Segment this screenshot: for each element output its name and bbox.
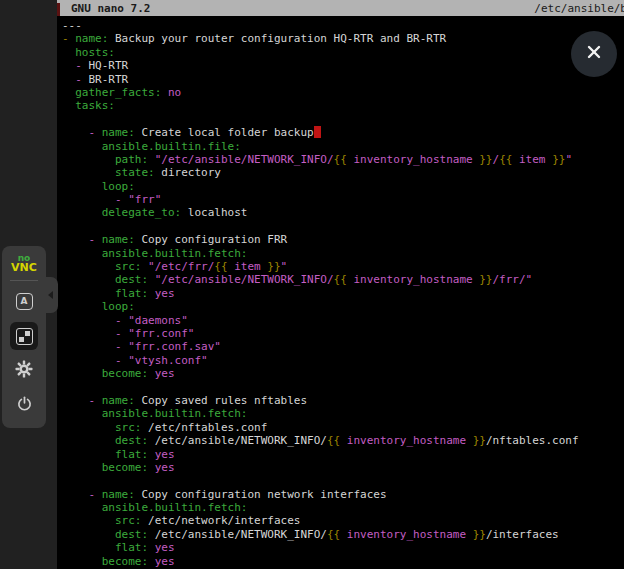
close-button[interactable] bbox=[571, 31, 617, 77]
control-bar-handle[interactable] bbox=[44, 277, 58, 313]
code-line bbox=[62, 381, 624, 394]
code-line: - "vtysh.conf" bbox=[62, 354, 624, 367]
code-line: - BR-RTR bbox=[62, 73, 624, 86]
code-line: loop: bbox=[62, 180, 624, 193]
code-line: state: directory bbox=[62, 166, 624, 179]
novnc-logo: no VNC bbox=[11, 253, 37, 273]
code-line: flat: yes bbox=[62, 541, 624, 554]
code-line: delegate_to: localhost bbox=[62, 206, 624, 219]
fullscreen-icon bbox=[16, 328, 33, 345]
code-line: tasks: bbox=[62, 99, 624, 112]
editor-content[interactable]: ---- name: Backup your router configurat… bbox=[57, 16, 624, 568]
code-line: - "frr.conf" bbox=[62, 327, 624, 340]
code-line: loop: bbox=[62, 300, 624, 313]
code-line: ansible.builtin.file: bbox=[62, 140, 624, 153]
titlebar-left-mark bbox=[57, 3, 60, 16]
extra-keys-button[interactable]: A bbox=[10, 287, 38, 315]
code-line: gather_facts: no bbox=[62, 86, 624, 99]
code-line: flat: yes bbox=[62, 448, 624, 461]
divider bbox=[10, 280, 38, 281]
code-line: dest: "/etc/ansible/NETWORK_INFO/{{ inve… bbox=[62, 273, 624, 286]
code-line: - "daemons" bbox=[62, 314, 624, 327]
keyboard-a-icon: A bbox=[16, 293, 33, 310]
code-line: - "frr.conf.sav" bbox=[62, 340, 624, 353]
code-line: - name: Create local folder backup bbox=[62, 126, 624, 139]
code-line: - "frr" bbox=[62, 193, 624, 206]
code-line bbox=[62, 474, 624, 487]
code-line: dest: /etc/ansible/NETWORK_INFO/{{ inven… bbox=[62, 528, 624, 541]
code-line: - name: Copy configuration FRR bbox=[62, 233, 624, 246]
code-line: dest: /etc/ansible/NETWORK_INFO/{{ inven… bbox=[62, 434, 624, 447]
open-file-path: /etc/ansible/b bbox=[534, 2, 624, 15]
code-line: ansible.builtin.fetch: bbox=[62, 407, 624, 420]
vnc-control-bar: no VNC A bbox=[2, 246, 46, 428]
code-line: - name: Copy configuration network inter… bbox=[62, 488, 624, 501]
code-line: path: "/etc/ansible/NETWORK_INFO/{{ inve… bbox=[62, 153, 624, 166]
code-line bbox=[62, 113, 624, 126]
close-icon bbox=[584, 42, 604, 66]
novnc-viewport: GNU nano 7.2 /etc/ansible/b ---- name: B… bbox=[0, 0, 624, 569]
disconnect-button[interactable] bbox=[10, 392, 38, 420]
code-line: ansible.builtin.fetch: bbox=[62, 501, 624, 514]
text-cursor bbox=[314, 126, 321, 138]
code-line bbox=[62, 220, 624, 233]
settings-button[interactable] bbox=[10, 357, 38, 385]
nano-titlebar: GNU nano 7.2 /etc/ansible/b bbox=[57, 0, 624, 16]
code-line: become: yes bbox=[62, 367, 624, 380]
gear-icon bbox=[15, 360, 33, 382]
code-line: hosts: bbox=[62, 46, 624, 59]
code-line: - name: Copy saved rules nftables bbox=[62, 394, 624, 407]
collapse-arrow-icon bbox=[48, 291, 53, 299]
fullscreen-button[interactable] bbox=[10, 322, 38, 350]
code-line: src: "/etc/frr/{{ item }}" bbox=[62, 260, 624, 273]
code-line: - name: Backup your router configuration… bbox=[62, 32, 624, 45]
code-line: src: /etc/network/interfaces bbox=[62, 514, 624, 527]
nano-version-label: GNU nano 7.2 bbox=[71, 2, 150, 15]
code-line: ansible.builtin.fetch: bbox=[62, 247, 624, 260]
code-line: become: yes bbox=[62, 555, 624, 568]
code-line: src: /etc/nftables.conf bbox=[62, 421, 624, 434]
terminal[interactable]: GNU nano 7.2 /etc/ansible/b ---- name: B… bbox=[57, 0, 624, 569]
code-line: flat: yes bbox=[62, 287, 624, 300]
code-line: become: yes bbox=[62, 461, 624, 474]
code-line: - HQ-RTR bbox=[62, 59, 624, 72]
code-line: --- bbox=[62, 19, 624, 32]
power-icon bbox=[16, 396, 33, 417]
